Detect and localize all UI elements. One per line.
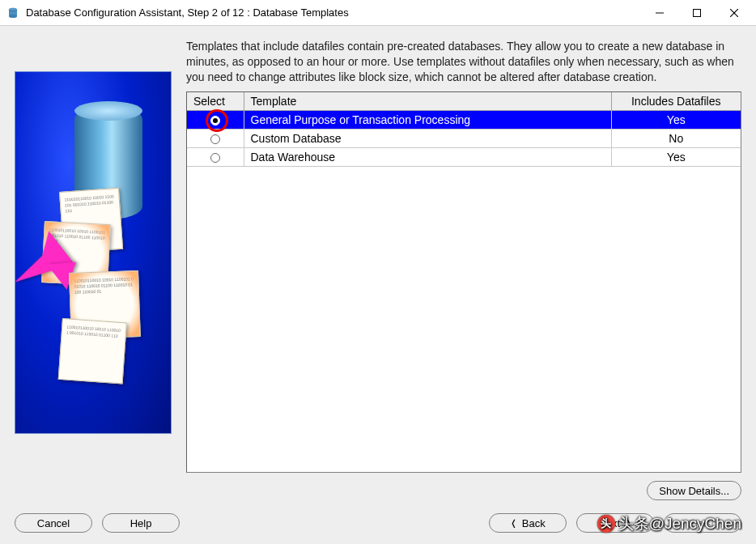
svg-rect-5 <box>694 9 701 16</box>
table-row[interactable]: General Purpose or Transaction Processin… <box>187 110 741 129</box>
close-button[interactable] <box>716 1 753 25</box>
template-table: Select Template Includes Datafiles Gener… <box>186 91 741 473</box>
table-row[interactable]: Custom Database No <box>187 129 741 147</box>
col-header-template: Template <box>244 92 611 111</box>
chevron-left-icon: ❬ <box>510 517 516 529</box>
back-button[interactable]: ❬ Back <box>489 513 567 533</box>
table-row[interactable]: Data Warehouse Yes <box>187 147 741 166</box>
includes-datafiles: No <box>611 129 741 147</box>
template-name: General Purpose or Transaction Processin… <box>244 110 611 129</box>
radio-data-warehouse[interactable] <box>210 153 220 163</box>
includes-datafiles: Yes <box>611 110 741 129</box>
minimize-button[interactable] <box>641 1 678 25</box>
help-button[interactable]: Help <box>102 513 180 533</box>
wizard-footer: Cancel Help ❬ Back Next ❭ Einish <box>15 513 741 533</box>
instruction-text: Templates that include datafiles contain… <box>186 39 741 85</box>
chevron-right-icon: ❭ <box>625 517 631 529</box>
template-name: Data Warehouse <box>244 147 611 166</box>
window-titlebar: Database Configuration Assistant, Step 2… <box>0 0 756 26</box>
show-details-button[interactable]: Show Details... <box>647 481 741 500</box>
cancel-button[interactable]: Cancel <box>15 513 92 533</box>
app-icon <box>6 6 19 19</box>
radio-general-purpose[interactable] <box>210 116 220 125</box>
template-name: Custom Database <box>244 129 611 147</box>
wizard-graphic-panel: 110010110010 10010 1100101 001010 110010… <box>15 71 172 434</box>
svg-point-2 <box>9 15 17 18</box>
col-header-select: Select <box>187 92 244 111</box>
includes-datafiles: Yes <box>611 147 741 166</box>
back-label: Back <box>522 517 546 529</box>
next-button[interactable]: Next ❭ <box>576 513 654 533</box>
col-header-includes: Includes Datafiles <box>611 92 741 111</box>
next-label: Next <box>598 517 620 529</box>
maximize-button[interactable] <box>678 1 716 25</box>
radio-custom-database[interactable] <box>210 134 220 144</box>
window-title: Database Configuration Assistant, Step 2… <box>26 6 641 19</box>
document-icon: 110010110010 10010 1100101 001010 110010… <box>58 318 127 384</box>
finish-button: Einish <box>664 513 741 533</box>
